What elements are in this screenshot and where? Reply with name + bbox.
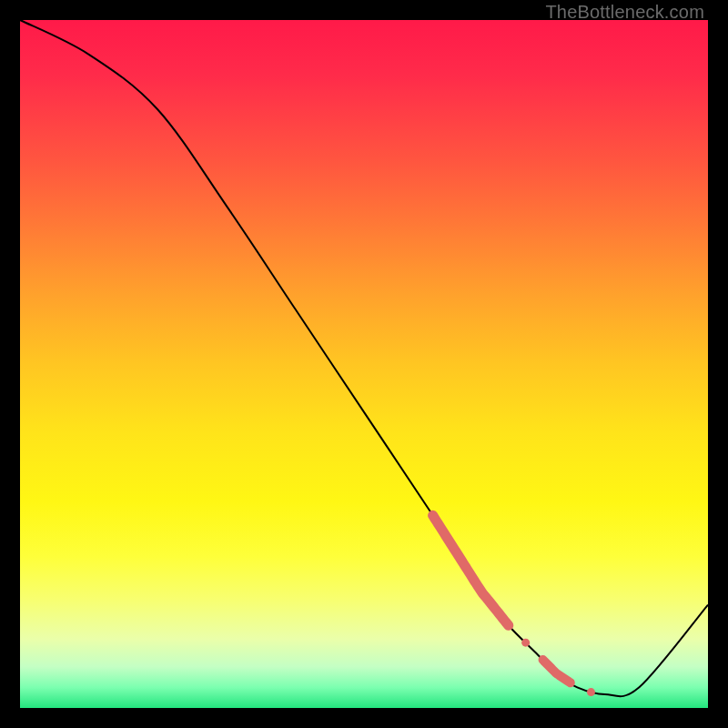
watermark-text: TheBottleneck.com (545, 2, 704, 23)
chart-frame (0, 0, 728, 728)
